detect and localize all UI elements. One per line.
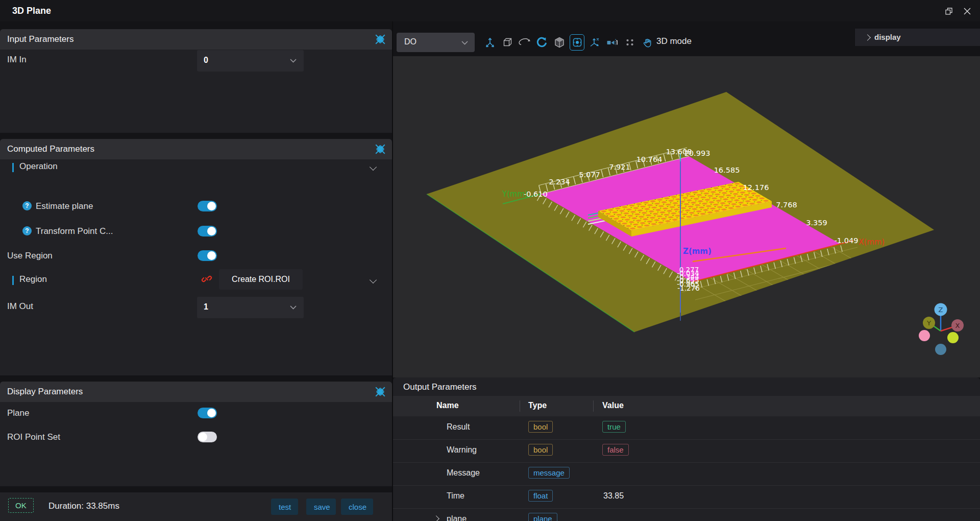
- x-axis-label: X(mm): [859, 238, 885, 247]
- im-out-value: 1: [204, 302, 208, 312]
- test-button[interactable]: test: [271, 499, 298, 515]
- display-panel-label: display: [874, 33, 901, 41]
- chevron-down-icon[interactable]: [370, 163, 377, 171]
- col-type: Type: [528, 401, 547, 410]
- svg-text:-0.610: -0.610: [524, 190, 548, 198]
- plane-label: Plane: [7, 408, 29, 418]
- chevron-right-icon: [864, 34, 871, 41]
- gizmo-neg-z-ball[interactable]: [935, 344, 946, 355]
- estimate-plane-toggle[interactable]: [198, 201, 217, 211]
- create-roi-button[interactable]: Create ROI.ROI: [219, 269, 303, 290]
- operation-label: Operation: [19, 161, 58, 172]
- input-parameters-section: Input Parameters IM In 0: [0, 29, 392, 133]
- plane-row: Plane: [0, 408, 392, 423]
- unlink-icon[interactable]: [201, 273, 213, 285]
- section-title: Computed Parameters: [7, 144, 94, 154]
- expand-chevron-icon[interactable]: [433, 515, 439, 521]
- region-row: Region Create ROI.ROI: [0, 274, 392, 290]
- im-in-dropdown[interactable]: 0: [197, 50, 304, 72]
- svg-text:3.359: 3.359: [806, 219, 827, 227]
- svg-text:20.993: 20.993: [684, 149, 710, 157]
- gizmo-neg-x-ball[interactable]: [947, 332, 959, 343]
- type-badge: bool: [528, 444, 553, 456]
- coordinate-axes-icon[interactable]: [483, 35, 497, 50]
- gizmo-neg-y-ball[interactable]: [919, 330, 930, 341]
- col-name: Name: [436, 401, 459, 410]
- close-icon: [964, 8, 971, 15]
- im-out-dropdown[interactable]: 1: [197, 297, 304, 318]
- orientation-gizmo[interactable]: Z Y X: [919, 303, 964, 356]
- im-in-label: IM In: [7, 55, 27, 65]
- estimate-plane-row: ? Estimate plane: [0, 201, 392, 217]
- source-dropdown[interactable]: DO: [397, 33, 475, 52]
- collapse-icon[interactable]: [375, 386, 386, 397]
- section-title: Display Parameters: [7, 387, 83, 397]
- group-accent-bar: [12, 163, 14, 172]
- svg-text:Z: Z: [939, 306, 943, 314]
- svg-text:16.585: 16.585: [714, 166, 740, 174]
- svg-text:-1.276: -1.276: [677, 284, 700, 292]
- estimate-plane-label: Estimate plane: [36, 201, 93, 211]
- dots-grid-icon[interactable]: [623, 35, 636, 50]
- type-badge: float: [528, 490, 553, 502]
- display-parameters-section: Display Parameters Plane ROI Point Set: [0, 382, 392, 486]
- axis-gizmo-icon[interactable]: [588, 35, 602, 50]
- z-axis-label: Z(mm): [683, 247, 712, 256]
- table-row[interactable]: Message message: [393, 462, 980, 486]
- chevron-down-icon: [461, 41, 468, 45]
- type-badge: message: [528, 467, 570, 479]
- value-badge: false: [602, 444, 629, 456]
- table-row[interactable]: plane plane: [393, 508, 980, 521]
- computed-parameters-header: Computed Parameters: [0, 139, 392, 159]
- col-value: Value: [602, 401, 624, 410]
- type-badge: plane: [528, 513, 557, 521]
- cube-wireframe-icon[interactable]: [500, 35, 514, 50]
- value-badge: true: [602, 421, 626, 433]
- cube-icon[interactable]: [552, 35, 566, 50]
- restore-button[interactable]: [941, 5, 957, 17]
- type-badge: bool: [528, 421, 553, 433]
- save-button[interactable]: save: [306, 499, 336, 515]
- roi-point-set-row: ROI Point Set: [0, 432, 392, 447]
- help-icon[interactable]: ?: [22, 226, 32, 235]
- im-out-row: IM Out 1: [0, 291, 392, 317]
- table-header: Name Type Value: [393, 396, 980, 416]
- output-panel-title: Output Parameters: [403, 382, 477, 392]
- use-region-row: Use Region: [0, 251, 392, 266]
- svg-text:X: X: [955, 322, 960, 329]
- orbit-rotate-icon[interactable]: [518, 35, 531, 50]
- reset-view-icon[interactable]: [535, 35, 549, 50]
- pan-hand-icon[interactable]: [640, 35, 654, 50]
- table-row[interactable]: Result bool true: [393, 416, 980, 440]
- projection-1-icon[interactable]: [605, 35, 619, 50]
- help-icon[interactable]: ?: [22, 201, 32, 210]
- svg-text:12.176: 12.176: [743, 183, 769, 192]
- chevron-down-icon: [290, 59, 297, 63]
- close-action-button[interactable]: close: [341, 499, 373, 515]
- roi-point-set-toggle[interactable]: [198, 432, 217, 442]
- use-region-toggle[interactable]: [198, 250, 217, 261]
- roi-point-set-label: ROI Point Set: [7, 432, 60, 442]
- transform-point-toggle[interactable]: [198, 226, 217, 236]
- collapse-icon[interactable]: [375, 144, 386, 155]
- operation-group-row[interactable]: Operation: [0, 161, 392, 176]
- chevron-down-icon[interactable]: [370, 276, 377, 283]
- region-label: Region: [19, 274, 47, 285]
- mode-label: 3D mode: [656, 36, 692, 46]
- transform-point-row: ? Transform Point C...: [0, 226, 392, 242]
- table-row[interactable]: Time float 33.85: [393, 485, 980, 509]
- table-row[interactable]: Warning bool false: [393, 439, 980, 463]
- viewport-3d[interactable]: Y(mm) -0.610 2.234 5.077 7.921 10.764 13…: [393, 56, 980, 377]
- transform-point-label: Transform Point C...: [36, 226, 113, 236]
- plane-toggle[interactable]: [198, 408, 217, 418]
- source-dropdown-value: DO: [404, 37, 416, 46]
- collapse-icon[interactable]: [375, 34, 386, 45]
- display-panel-header[interactable]: display: [854, 29, 980, 46]
- close-button[interactable]: [960, 5, 975, 17]
- svg-text:Y: Y: [926, 319, 931, 327]
- title-bar: 3D Plane: [0, 0, 980, 21]
- input-parameters-header: Input Parameters: [0, 29, 392, 50]
- chevron-down-icon: [290, 305, 297, 310]
- focus-center-icon[interactable]: [570, 34, 584, 51]
- value-text: 33.85: [603, 491, 624, 501]
